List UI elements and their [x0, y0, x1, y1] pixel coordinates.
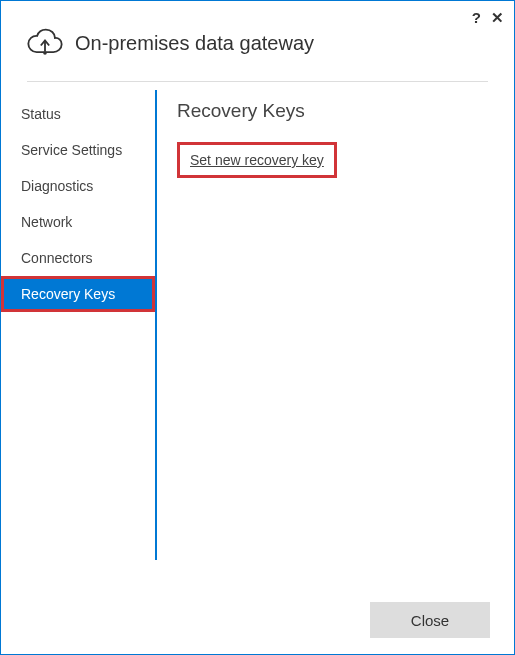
help-icon[interactable]: ? — [472, 9, 481, 27]
app-logo — [25, 23, 65, 63]
body: Status Service Settings Diagnostics Netw… — [1, 82, 514, 560]
app-title: On-premises data gateway — [75, 32, 314, 55]
sidebar-item-network[interactable]: Network — [1, 204, 155, 240]
sidebar: Status Service Settings Diagnostics Netw… — [1, 90, 157, 560]
close-icon[interactable]: ✕ — [491, 9, 504, 27]
sidebar-item-recovery-keys[interactable]: Recovery Keys — [1, 276, 155, 312]
recovery-key-link-highlight: Set new recovery key — [177, 142, 337, 178]
set-recovery-key-link[interactable]: Set new recovery key — [190, 152, 324, 168]
close-button[interactable]: Close — [370, 602, 490, 638]
sidebar-item-connectors[interactable]: Connectors — [1, 240, 155, 276]
svg-point-1 — [43, 51, 47, 55]
page-title: Recovery Keys — [177, 100, 494, 122]
content-pane: Recovery Keys Set new recovery key — [157, 90, 514, 560]
header: On-premises data gateway ? ✕ — [1, 1, 514, 81]
sidebar-item-service-settings[interactable]: Service Settings — [1, 132, 155, 168]
footer: Close — [370, 602, 490, 638]
sidebar-item-status[interactable]: Status — [1, 96, 155, 132]
sidebar-item-diagnostics[interactable]: Diagnostics — [1, 168, 155, 204]
